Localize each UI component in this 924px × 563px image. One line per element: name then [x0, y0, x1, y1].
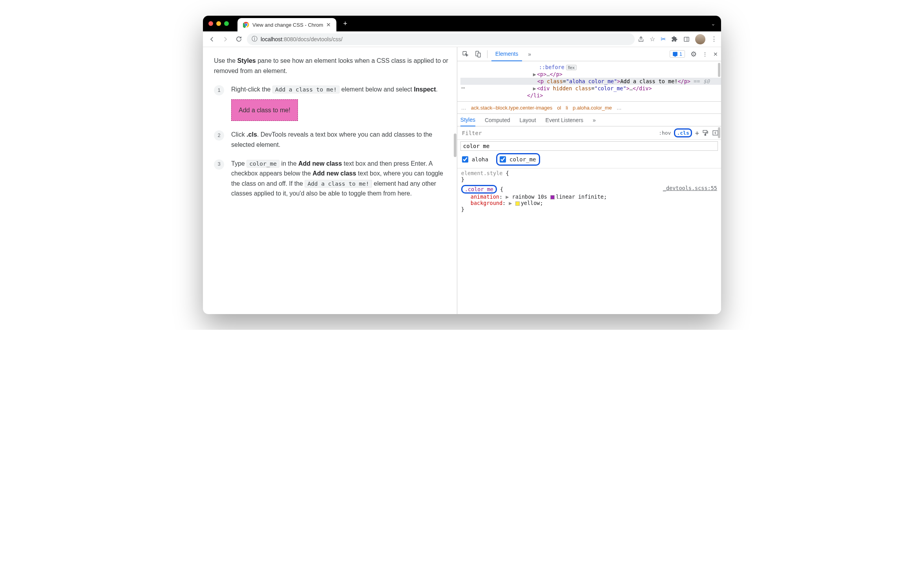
crumb-more-right[interactable]: …	[617, 105, 622, 111]
demo-element[interactable]: Add a class to me!	[231, 99, 298, 121]
style-rules[interactable]: element.style { } .color_me { _devtools.…	[457, 168, 721, 216]
step-2: 2 Click .cls. DevTools reveals a text bo…	[214, 130, 448, 150]
crumb-item[interactable]: ol	[557, 105, 561, 111]
step-1: 1 Right-click the Add a class to me! ele…	[214, 84, 448, 121]
flex-badge[interactable]: flex	[566, 65, 577, 70]
styles-pane-tabs: Styles Computed Layout Event Listeners »	[457, 114, 721, 126]
issues-badge[interactable]: 1	[670, 50, 685, 58]
svg-rect-9	[713, 131, 718, 135]
step-number: 3	[214, 159, 224, 170]
browser-menu-icon[interactable]: ⋮	[711, 35, 717, 43]
crumb-item[interactable]: ack.stack--block.type.center-images	[471, 105, 552, 111]
styles-tab[interactable]: Styles	[460, 114, 475, 126]
scissors-icon[interactable]: ✂	[661, 35, 666, 43]
color-swatch-icon[interactable]	[515, 201, 520, 206]
event-listeners-tab[interactable]: Event Listeners	[546, 117, 584, 123]
rule-source-link[interactable]: _devtools.scss:55	[663, 185, 717, 191]
class-toggle-aloha[interactable]: aloha	[460, 155, 488, 164]
window-controls	[208, 21, 229, 26]
selected-dom-node[interactable]: <p class="aloha color_me">Add a class to…	[460, 78, 721, 85]
svg-rect-2	[684, 37, 689, 41]
intro-paragraph: Use the Styles pane to see how an elemen…	[214, 56, 448, 76]
devtools-panel: Elements » 1 ⚙ ⋮ ✕ ::beforeflex ▶<p>…</p…	[457, 47, 721, 314]
class-editor: aloha color_me	[457, 140, 721, 168]
new-tab-button[interactable]: +	[340, 18, 351, 29]
chrome-favicon-icon	[243, 22, 249, 28]
site-info-icon[interactable]: ⓘ	[252, 35, 257, 43]
add-class-input[interactable]	[460, 141, 718, 151]
step-number: 2	[214, 130, 224, 141]
devtools-tabbar: Elements » 1 ⚙ ⋮ ✕	[457, 47, 721, 61]
browser-window: View and change CSS - Chrom ✕ + ⌄ ⓘ loca…	[203, 16, 721, 314]
close-window-button[interactable]	[208, 21, 213, 26]
svg-rect-8	[705, 134, 706, 135]
new-rule-icon[interactable]: +	[695, 129, 699, 137]
page-content: Use the Styles pane to see how an elemen…	[203, 47, 457, 314]
styles-filter-bar: :hov .cls +	[457, 126, 721, 140]
back-button[interactable]	[207, 34, 217, 44]
crumb-item[interactable]: li	[566, 105, 568, 111]
maximize-window-button[interactable]	[224, 21, 229, 26]
styles-filter-input[interactable]	[461, 128, 655, 138]
extensions-icon[interactable]	[671, 36, 678, 42]
step-number: 1	[214, 85, 224, 95]
toolbar-actions: ☆ ✂ ⋮	[638, 34, 717, 44]
devtools-menu-icon[interactable]: ⋮	[702, 51, 708, 57]
more-tabs-icon[interactable]: »	[524, 49, 535, 59]
code-snippet: Add a class to me!	[272, 86, 340, 93]
svg-rect-6	[478, 53, 480, 57]
close-devtools-icon[interactable]: ✕	[713, 51, 718, 57]
device-toggle-icon[interactable]	[473, 49, 483, 59]
computed-tab[interactable]: Computed	[485, 117, 510, 123]
elements-tab[interactable]: Elements	[491, 47, 522, 61]
url-text: localhost:8080/docs/devtools/css/	[261, 36, 343, 42]
svg-rect-7	[703, 130, 707, 133]
aloha-checkbox[interactable]	[462, 156, 468, 163]
colorme-checkbox[interactable]	[500, 156, 506, 163]
code-snippet: Add a class to me!	[305, 180, 372, 188]
class-toggle-colorme[interactable]: color_me	[496, 153, 540, 166]
tab-title: View and change CSS - Chrom	[252, 22, 323, 28]
step-3: 3 Type color_me in the Add new class tex…	[214, 159, 448, 199]
profile-avatar[interactable]	[695, 34, 705, 44]
collapsed-ellipsis-icon[interactable]: ⋯	[461, 84, 466, 91]
code-snippet: color_me	[247, 160, 279, 168]
easing-swatch-icon[interactable]	[550, 195, 555, 199]
inspect-element-icon[interactable]	[460, 49, 471, 59]
browser-toolbar: ⓘ localhost:8080/docs/devtools/css/ ☆ ✂ …	[203, 31, 721, 47]
minimize-window-button[interactable]	[216, 21, 221, 26]
forward-button[interactable]	[220, 34, 230, 44]
dom-scrollbar[interactable]	[718, 63, 720, 77]
layout-tab[interactable]: Layout	[520, 117, 536, 123]
dom-breadcrumb[interactable]: … ack.stack--block.type.center-images ol…	[457, 101, 721, 114]
address-bar[interactable]: ⓘ localhost:8080/docs/devtools/css/	[247, 33, 635, 45]
hov-button[interactable]: :hov	[659, 130, 671, 136]
crumb-item-selected[interactable]: p.aloha.color_me	[573, 105, 612, 111]
sidepanel-icon[interactable]	[683, 36, 690, 42]
reload-button[interactable]	[234, 34, 244, 44]
crumb-more-left[interactable]: …	[461, 105, 466, 111]
window-titlebar: View and change CSS - Chrom ✕ + ⌄	[203, 16, 721, 31]
bookmark-star-icon[interactable]: ☆	[650, 35, 655, 43]
share-icon[interactable]	[638, 36, 644, 42]
page-scrollbar[interactable]	[454, 133, 457, 157]
browser-tab[interactable]: View and change CSS - Chrom ✕	[237, 18, 336, 31]
dom-tree[interactable]: ::beforeflex ▶<p>…</p> ⋯ <p class="aloha…	[457, 61, 721, 101]
cls-button[interactable]: .cls	[674, 128, 692, 137]
close-tab-icon[interactable]: ✕	[326, 22, 331, 28]
svg-point-1	[245, 24, 248, 26]
settings-gear-icon[interactable]: ⚙	[690, 50, 697, 58]
more-tabs-icon[interactable]: »	[593, 117, 596, 123]
styles-scrollbar[interactable]	[718, 127, 720, 138]
selector-colorme[interactable]: .color_me	[461, 185, 497, 194]
tabs-menu-icon[interactable]: ⌄	[711, 20, 716, 27]
content-area: Use the Styles pane to see how an elemen…	[203, 47, 721, 314]
paint-icon[interactable]	[702, 130, 709, 136]
